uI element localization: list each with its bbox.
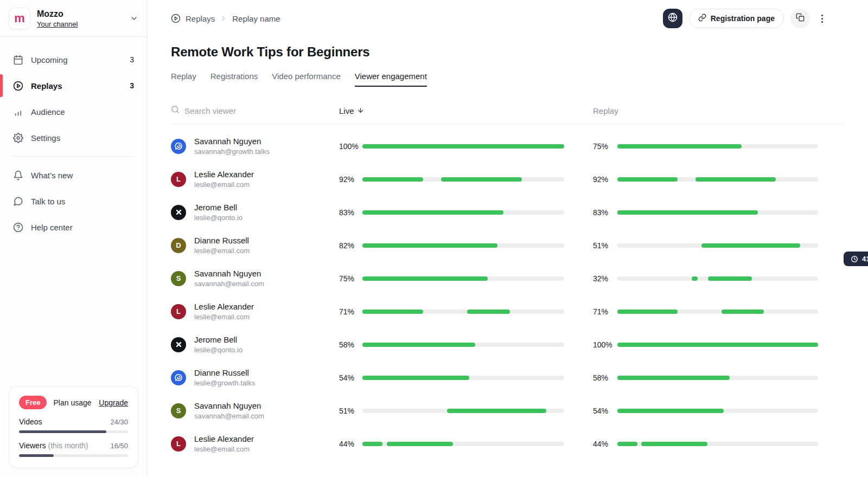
registration-page-label: Registration page — [711, 14, 775, 23]
live-percent: 71% — [339, 307, 362, 316]
table-rows: Savannah Nguyen savannah@growth.talks 10… — [171, 124, 844, 460]
live-engagement-bar[interactable] — [362, 409, 564, 413]
viewer-name: Leslie Alexander — [194, 434, 254, 443]
live-engagement-bar[interactable] — [362, 177, 564, 182]
upgrade-link[interactable]: Upgrade — [99, 398, 128, 407]
meter-value: 24/30 — [110, 418, 128, 426]
avatar: D — [171, 238, 186, 253]
sidebar-item-replays[interactable]: Replays 3 — [0, 73, 147, 99]
table-row[interactable]: Dianne Russell leslie@growth.talks 54% 5… — [171, 361, 844, 394]
table-row[interactable]: Jerome Bell leslie@qonto.io 83% 83% — [171, 196, 844, 229]
tab-video-performance[interactable]: Video performance — [272, 72, 340, 87]
tab-viewer-engagement[interactable]: Viewer engagement — [355, 72, 427, 87]
viewer-email: leslie@email.com — [194, 313, 254, 321]
viewer-name: Savannah Nguyen — [194, 401, 264, 410]
live-percent: 75% — [339, 274, 362, 283]
replay-engagement-bar[interactable] — [617, 310, 818, 314]
live-engagement-bar[interactable] — [362, 376, 564, 380]
sidebar-item-audience[interactable]: Audience — [0, 99, 147, 125]
replay-percent: 51% — [593, 241, 617, 250]
chevron-down-icon[interactable] — [130, 14, 138, 23]
live-engagement-bar[interactable] — [362, 210, 564, 215]
registration-page-button[interactable]: Registration page — [689, 9, 784, 28]
column-header-replay[interactable]: Replay — [593, 106, 818, 115]
copy-icon — [796, 13, 805, 24]
plan-badge: Free — [19, 396, 47, 409]
breadcrumb-replays[interactable]: Replays — [186, 14, 215, 23]
replay-percent: 75% — [593, 142, 617, 151]
calendar-icon — [13, 55, 23, 65]
table-row[interactable]: Jerome Bell leslie@qonto.io 58% 100% — [171, 328, 844, 361]
live-engagement-bar[interactable] — [362, 442, 564, 446]
sidebar-item-upcoming[interactable]: Upcoming 3 — [0, 47, 147, 73]
replay-engagement-bar[interactable] — [617, 376, 818, 380]
live-percent: 92% — [339, 175, 362, 184]
viewer-name: Dianne Russell — [194, 236, 250, 245]
table-row[interactable]: L Leslie Alexander leslie@email.com 44% … — [171, 427, 844, 460]
sidebar-item-settings[interactable]: Settings — [0, 125, 147, 151]
viewer-engagement-table: Live Replay — [171, 104, 844, 460]
live-engagement-bar[interactable] — [362, 276, 564, 281]
viewer-email: leslie@qonto.io — [194, 346, 242, 354]
meter-label: Viewers — [19, 441, 46, 450]
live-engagement-bar[interactable] — [362, 144, 564, 149]
live-engagement-bar[interactable] — [362, 310, 564, 314]
replay-percent: 92% — [593, 175, 617, 184]
viewer-name: Savannah Nguyen — [194, 269, 264, 278]
table-row[interactable]: S Savannah Nguyen savannah@email.com 75%… — [171, 262, 844, 295]
gear-icon — [13, 133, 23, 143]
table-row[interactable]: Savannah Nguyen savannah@growth.talks 10… — [171, 130, 844, 163]
table-row[interactable]: L Leslie Alexander leslie@email.com 71% … — [171, 295, 844, 328]
replay-engagement-bar[interactable] — [617, 243, 818, 248]
sidebar-item-label: Help center — [31, 223, 73, 232]
sidebar-item-count: 3 — [130, 81, 134, 90]
bell-icon — [13, 170, 23, 181]
breadcrumb-current: Replay name — [232, 14, 280, 23]
viewer-name: Jerome Bell — [194, 203, 242, 212]
tab-registrations[interactable]: Registrations — [210, 72, 258, 87]
replay-percent: 100% — [593, 340, 617, 349]
replay-engagement-bar[interactable] — [617, 442, 818, 446]
link-icon — [698, 14, 706, 23]
sidebar-item-label: Audience — [31, 107, 65, 117]
sidebar-item-talk-to-us[interactable]: Talk to us — [0, 188, 147, 214]
sidebar-item-help-center[interactable]: Help center — [0, 214, 147, 240]
table-row[interactable]: D Dianne Russell leslie@email.com 82% 51… — [171, 229, 844, 262]
replay-engagement-bar[interactable] — [617, 144, 818, 149]
plan-title: Plan usage — [53, 398, 91, 407]
publish-page-button[interactable] — [663, 9, 682, 28]
copy-link-button[interactable] — [790, 9, 810, 28]
live-engagement-bar[interactable] — [362, 343, 564, 347]
table-row[interactable]: L Leslie Alexander leslie@email.com 92% … — [171, 163, 844, 196]
tooltip-text: 41:03 – 47:26 — [862, 255, 868, 263]
sidebar: m Mozzo Your channel Upcoming 3 — [0, 0, 148, 477]
search-input[interactable] — [184, 106, 282, 115]
globe-icon — [668, 12, 678, 24]
plan-usage-card: Free Plan usage Upgrade Videos 24/30 Vie… — [9, 386, 138, 468]
replay-percent: 44% — [593, 440, 617, 448]
play-circle-icon — [171, 14, 181, 23]
avatar — [171, 205, 186, 220]
column-header-live[interactable]: Live — [339, 106, 564, 115]
replay-engagement-bar[interactable] — [617, 343, 818, 347]
avatar — [171, 337, 186, 352]
replay-percent: 54% — [593, 407, 617, 415]
live-engagement-bar[interactable] — [362, 243, 564, 248]
replay-engagement-bar[interactable] — [617, 210, 818, 215]
search-icon — [171, 105, 180, 116]
replay-engagement-bar[interactable] — [617, 276, 818, 281]
replay-engagement-bar[interactable] — [617, 177, 818, 182]
sidebar-item-label: What’s new — [31, 171, 73, 180]
sidebar-item-label: Talk to us — [31, 197, 65, 206]
replay-engagement-bar[interactable] — [617, 409, 818, 413]
channel-link[interactable]: Your channel — [37, 20, 123, 28]
tab-replay[interactable]: Replay — [171, 72, 196, 87]
viewer-name: Leslie Alexander — [194, 302, 254, 311]
viewers-progress — [19, 454, 128, 457]
more-options-button[interactable] — [816, 9, 827, 28]
divider — [13, 156, 134, 157]
channel-switcher[interactable]: m Mozzo Your channel — [0, 0, 147, 36]
sidebar-item-whats-new[interactable]: What’s new — [0, 162, 147, 188]
avatar: L — [171, 304, 186, 319]
table-row[interactable]: S Savannah Nguyen savannah@email.com 51%… — [171, 394, 844, 427]
